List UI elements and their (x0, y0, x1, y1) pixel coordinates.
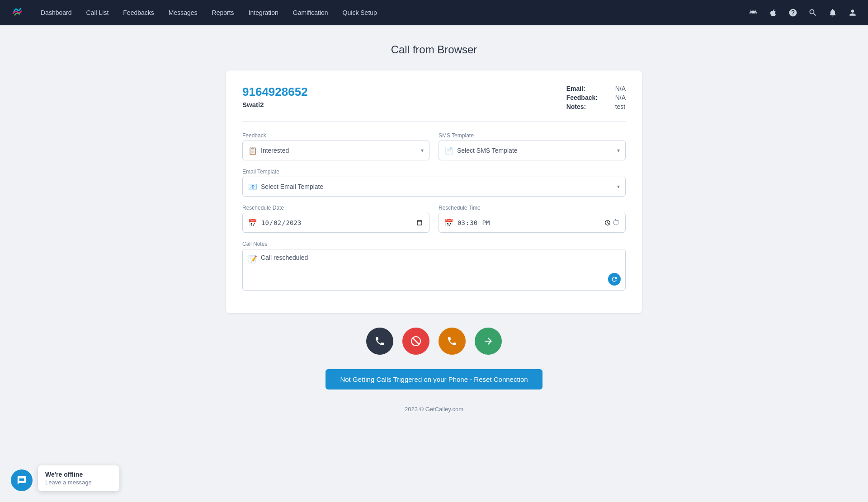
contact-details: Email: N/A Feedback: N/A Notes: test (566, 85, 626, 110)
reschedule-date-wrapper: 📅 (242, 213, 429, 233)
chat-offline-title: We're offline (45, 471, 112, 478)
reschedule-time-input[interactable] (457, 218, 613, 228)
footer-text: 2023 © GetCalley.com (405, 406, 463, 413)
email-arrow-icon: ▾ (617, 183, 620, 190)
email-template-group: Email Template 📧 Select Email Template ▾ (242, 169, 626, 197)
email-value: N/A (615, 85, 626, 92)
end-call-button[interactable] (402, 328, 429, 355)
calendar-icon: 📅 (248, 219, 257, 227)
help-icon[interactable] (787, 6, 799, 19)
contact-left: 9164928652 Swati2 (242, 85, 566, 108)
feedback-label: Feedback: (566, 94, 612, 101)
contact-info: 9164928652 Swati2 Email: N/A Feedback: N… (242, 85, 626, 110)
app-logo[interactable] (9, 4, 27, 22)
sms-icon: 📄 (444, 146, 453, 155)
time-suffix-icon: ⏱ (613, 219, 620, 227)
contact-name: Swati2 (242, 101, 566, 108)
apple-icon[interactable] (767, 6, 779, 19)
feedback-select[interactable]: Interested Not Interested Callback (261, 147, 421, 154)
email-label: Email: (566, 85, 612, 92)
form-row-2: Email Template 📧 Select Email Template ▾ (242, 169, 626, 197)
refresh-button[interactable] (608, 273, 621, 286)
reschedule-time-group: Reschedule Time 📅 ⏱ (439, 205, 626, 233)
reschedule-date-group: Reschedule Date 📅 (242, 205, 429, 233)
transfer-button[interactable] (475, 328, 502, 355)
reschedule-date-label: Reschedule Date (242, 205, 429, 211)
contact-phone: 9164928652 (242, 85, 566, 99)
reschedule-time-label: Reschedule Time (439, 205, 626, 211)
nav-quick-setup[interactable]: Quick Setup (336, 6, 383, 19)
form-row-3: Reschedule Date 📅 Reschedule Time 📅 ⏱ (242, 205, 626, 233)
page-content: Call from Browser 9164928652 Swati2 Emai… (217, 25, 651, 449)
notes-icon: 📝 (248, 255, 257, 263)
svg-line-2 (413, 338, 419, 344)
navbar-icons (747, 6, 859, 19)
call-notes-wrapper: 📝 Call rescheduled (242, 249, 626, 291)
email-template-wrapper: 📧 Select Email Template ▾ (242, 177, 626, 197)
sms-template-label: SMS Template (439, 132, 626, 139)
feedback-group: Feedback 📋 Interested Not Interested Cal… (242, 132, 429, 160)
sms-template-group: SMS Template 📄 Select SMS Template ▾ (439, 132, 626, 160)
form-row-1: Feedback 📋 Interested Not Interested Cal… (242, 132, 626, 160)
feedback-field-label: Feedback (242, 132, 429, 139)
chat-offline-sub: Leave a message (45, 479, 112, 486)
navbar-links: Dashboard Call List Feedbacks Messages R… (34, 6, 747, 19)
reschedule-time-wrapper: 📅 ⏱ (439, 213, 626, 233)
footer: 2023 © GetCalley.com (226, 397, 642, 431)
chat-bubble-button[interactable] (11, 469, 33, 491)
notification-icon[interactable] (826, 6, 839, 19)
nav-feedbacks[interactable]: Feedbacks (117, 6, 160, 19)
nav-gamification[interactable]: Gamification (287, 6, 335, 19)
clock-icon: 📅 (444, 219, 453, 227)
reset-connection-button[interactable]: Not Getting Calls Triggered on your Phon… (326, 369, 542, 389)
reset-connection-row: Not Getting Calls Triggered on your Phon… (226, 369, 642, 397)
feedback-icon: 📋 (248, 146, 257, 155)
feedback-value: N/A (615, 94, 626, 101)
notes-value: test (615, 103, 626, 110)
user-icon[interactable] (846, 6, 859, 19)
call-notes-group: Call Notes 📝 Call rescheduled (242, 241, 626, 291)
notes-label: Notes: (566, 103, 612, 110)
call-notes-textarea[interactable]: Call rescheduled (261, 254, 620, 286)
page-title: Call from Browser (226, 43, 642, 56)
email-template-select[interactable]: Select Email Template (261, 183, 617, 190)
nav-integration[interactable]: Integration (242, 6, 285, 19)
divider (242, 121, 626, 122)
email-template-icon: 📧 (248, 183, 257, 191)
sms-template-wrapper: 📄 Select SMS Template ▾ (439, 141, 626, 160)
nav-messages[interactable]: Messages (162, 6, 204, 19)
feedback-select-wrapper: 📋 Interested Not Interested Callback ▾ (242, 141, 429, 160)
action-buttons (226, 328, 642, 355)
navbar: Dashboard Call List Feedbacks Messages R… (0, 0, 868, 25)
nav-call-list[interactable]: Call List (80, 6, 115, 19)
android-icon[interactable] (747, 6, 760, 19)
call-notes-label: Call Notes (242, 241, 626, 247)
nav-reports[interactable]: Reports (206, 6, 241, 19)
sms-template-select[interactable]: Select SMS Template (457, 147, 617, 154)
main-card: 9164928652 Swati2 Email: N/A Feedback: N… (226, 70, 642, 313)
reschedule-date-input[interactable] (261, 219, 424, 227)
search-icon[interactable] (807, 6, 819, 19)
feedback-arrow-icon: ▾ (421, 147, 424, 154)
chat-widget: We're offline Leave a message (11, 465, 119, 491)
hold-button[interactable] (439, 328, 466, 355)
email-template-label: Email Template (242, 169, 626, 175)
nav-dashboard[interactable]: Dashboard (34, 6, 78, 19)
form-row-4: Call Notes 📝 Call rescheduled (242, 241, 626, 291)
call-button[interactable] (366, 328, 393, 355)
chat-tooltip: We're offline Leave a message (38, 465, 119, 491)
sms-arrow-icon: ▾ (617, 147, 620, 154)
